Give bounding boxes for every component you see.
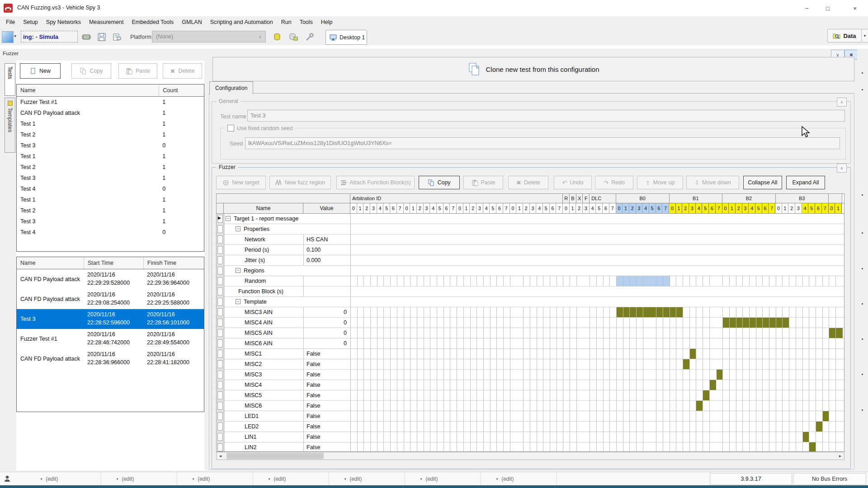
fuzz-block[interactable] (690, 349, 697, 359)
grid-row-led1[interactable]: LED1False (217, 411, 844, 422)
copy-button[interactable]: Copy (71, 63, 111, 79)
tests-table-header[interactable]: Name Count (17, 84, 204, 97)
fuzz-block[interactable] (723, 318, 789, 328)
fuzz-block[interactable] (710, 380, 717, 390)
row-value[interactable]: False (303, 401, 350, 411)
grid-row-jitter-s[interactable]: Jitter (s)0.000 (217, 255, 844, 266)
data-dropdown-icon[interactable]: ▾ (862, 29, 868, 42)
row-value[interactable]: False (303, 370, 350, 380)
tab-tests[interactable]: Tests (5, 63, 15, 96)
fuzzer-new-target-button[interactable]: New target (216, 176, 266, 189)
row-value[interactable]: False (303, 432, 350, 442)
fuzz-block[interactable] (816, 422, 823, 432)
grid-row-regions[interactable]: −Regions (217, 266, 844, 276)
logging-mode-swatch[interactable] (2, 31, 14, 43)
grid-row-misc2[interactable]: MISC2False (217, 359, 844, 370)
grid-row-misc4-ain[interactable]: MISC4 AIN0 (217, 318, 844, 328)
swatch-dropdown-icon[interactable]: ▾ (14, 33, 16, 38)
expander-icon[interactable]: − (236, 268, 241, 273)
fuzz-block[interactable] (703, 390, 710, 400)
clone-test-button[interactable]: Clone new test from this configuration (212, 57, 854, 81)
expander-icon[interactable]: − (226, 216, 231, 221)
database-add-icon[interactable] (288, 31, 299, 43)
test-row-test-1[interactable]: Test 1 1 (17, 194, 204, 205)
menu-help[interactable]: Help (317, 16, 337, 28)
general-collapse-icon[interactable]: ∧ (837, 98, 847, 107)
fuzzer-undo-button[interactable]: ↶Undo (554, 176, 592, 189)
grid-row-misc6-ain[interactable]: MISC6 AIN0 (217, 338, 844, 349)
menu-run[interactable]: Run (277, 16, 296, 28)
fuzz-block[interactable] (696, 401, 703, 411)
grid-row-misc6[interactable]: MISC6False (217, 401, 844, 411)
row-value[interactable]: 0 (303, 318, 350, 328)
grid-row-misc5-ain[interactable]: MISC5 AIN0 (217, 328, 844, 338)
scroll-right-icon[interactable]: ► (836, 452, 844, 460)
grid-row-misc4[interactable]: MISC4False (217, 380, 844, 390)
seed-input[interactable] (245, 137, 840, 149)
fuzzer-collapse-all-button[interactable]: Collapse All (743, 176, 782, 189)
row-value[interactable]: False (303, 390, 350, 400)
test-row-test-2[interactable]: Test 2 1 (17, 205, 204, 216)
history-row-can-fd-payload-attack[interactable]: CAN FD Payload attack 2020/11/1622:28:36… (17, 349, 204, 369)
grid-row-function-block-s[interactable]: Function Block (s) (217, 286, 844, 297)
grid-row-led2[interactable]: LED2False (217, 422, 844, 432)
menu-scripting-and-automation[interactable]: Scripting and Automation (206, 16, 277, 28)
menu-setup[interactable]: Setup (19, 16, 42, 28)
row-value[interactable]: 0 (303, 338, 350, 348)
new-button[interactable]: New (20, 63, 61, 79)
row-value[interactable]: HS CAN (303, 235, 350, 244)
fuzz-block[interactable] (717, 370, 723, 380)
test-row-test-4[interactable]: Test 4 0 (17, 227, 204, 238)
data-button[interactable]: Data (827, 29, 862, 42)
test-row-fuzzer-test-1[interactable]: Fuzzer Test #1 1 (17, 97, 204, 108)
test-row-test-3[interactable]: Test 3 1 (17, 216, 204, 227)
scroll-thumb[interactable] (226, 453, 324, 459)
grid-row-misc5[interactable]: MISC5False (217, 390, 844, 401)
grid-row-template[interactable]: −Template (217, 297, 844, 307)
history-row-can-fd-payload-attack[interactable]: CAN FD Payload attack 2020/11/1622:29:29… (17, 269, 204, 289)
grid-row-random[interactable]: Random (217, 276, 844, 286)
edit-setup-icon[interactable] (111, 31, 123, 43)
fuzzer-new-fuzz-region-button[interactable]: New fuzz region (269, 176, 331, 189)
menu-file[interactable]: File (2, 16, 19, 28)
grid-row-properties[interactable]: −Properties (217, 224, 844, 235)
test-row-test-4[interactable]: Test 4 0 (17, 183, 204, 194)
grid-row-misc3-ain[interactable]: MISC3 AIN0 (217, 307, 844, 318)
row-value[interactable]: False (303, 411, 350, 421)
row-value[interactable]: False (303, 359, 350, 369)
row-value[interactable]: 0.000 (303, 255, 350, 265)
grid-row-misc3[interactable]: MISC3False (217, 370, 844, 380)
tab-desktop-1[interactable]: Desktop 1 (326, 30, 367, 45)
history-row-can-fd-payload-attack[interactable]: CAN FD Payload attack 2020/11/1622:29:08… (17, 289, 204, 309)
menu-tools[interactable]: Tools (296, 16, 317, 28)
fuzzer-redo-button[interactable]: ↷Redo (595, 176, 633, 189)
fuzz-block[interactable] (617, 307, 683, 317)
grid-horizontal-scrollbar[interactable]: ◄ ► (216, 452, 844, 460)
row-value[interactable]: False (303, 422, 350, 432)
fuzzer-expand-all-button[interactable]: Expand All (786, 176, 825, 189)
tab-templates[interactable]: Templates (5, 98, 15, 153)
hardware-icon[interactable] (80, 31, 92, 43)
row-value[interactable] (303, 276, 350, 286)
menu-spy-networks[interactable]: Spy Networks (42, 16, 85, 28)
fuzzer-paste-button[interactable]: Paste (463, 176, 503, 189)
save-icon[interactable] (96, 31, 108, 43)
row-value[interactable]: 0 (303, 328, 350, 338)
fuzzer-copy-button[interactable]: Copy (419, 176, 460, 189)
scroll-left-icon[interactable]: ◄ (217, 452, 224, 460)
expander-icon[interactable]: − (236, 299, 241, 304)
row-value[interactable] (303, 286, 350, 296)
maximize-button[interactable]: □ (817, 0, 838, 16)
row-value[interactable]: 0.100 (303, 245, 350, 255)
menu-embedded-tools[interactable]: Embedded Tools (127, 16, 178, 28)
delete-button[interactable]: ✖Delete (163, 63, 202, 79)
test-row-test-3[interactable]: Test 3 0 (17, 140, 204, 151)
fuzzer-move-down-button[interactable]: ⇩Move down (686, 176, 739, 189)
row-value[interactable]: False (303, 380, 350, 390)
row-value[interactable]: False (303, 349, 350, 359)
platform-combobox[interactable]: (None) ∨ (152, 31, 266, 42)
fuzzer-move-up-button[interactable]: ⇧Move up (637, 176, 683, 189)
grid-row-lin1[interactable]: LIN1False (217, 432, 844, 442)
fuzz-block[interactable] (823, 411, 830, 421)
test-row-test-2[interactable]: Test 2 1 (17, 129, 204, 140)
